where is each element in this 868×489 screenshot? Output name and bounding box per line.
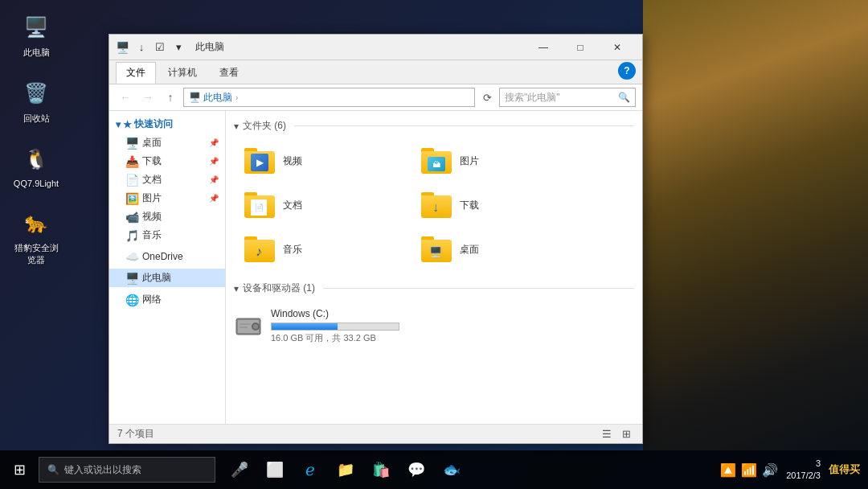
- minimize-button[interactable]: —: [525, 35, 562, 60]
- onedrive-icon: ☁️: [125, 250, 138, 263]
- folder-body: 🏔: [421, 151, 452, 174]
- folder-item-music[interactable]: ♪ 音乐: [234, 229, 407, 269]
- drives-section-divider: [323, 288, 634, 289]
- tab-file[interactable]: 文件: [116, 62, 156, 84]
- refresh-button[interactable]: ⟳: [478, 88, 496, 106]
- status-bar-right: ☰ ⊞: [599, 426, 634, 442]
- sidebar-item-network[interactable]: 🌐 网络: [109, 290, 225, 309]
- search-placeholder: 搜索"此电脑": [505, 91, 615, 105]
- taskbar: ⊞ 🔍 键入或说出以搜索 🎤 ⬜ ℯ 📁 🛍️ 💬 🐟 🔼 📶 🔊 3 2017…: [0, 450, 868, 489]
- tab-view[interactable]: 查看: [209, 62, 249, 84]
- desktop-icon-this-pc[interactable]: 🖥️ 此电脑: [8, 8, 64, 62]
- taskbar-app1-button[interactable]: 💬: [400, 450, 432, 489]
- dl-overlay-icon: ↓: [428, 199, 444, 216]
- folder-item-downloads[interactable]: ↓ 下载: [411, 185, 583, 225]
- drives-collapse-icon[interactable]: ▾: [234, 283, 239, 294]
- qa-icon-1[interactable]: ↓: [133, 39, 149, 55]
- folder-item-documents[interactable]: 📄 文档: [234, 185, 407, 225]
- folder-icon-pictures: 🏔: [421, 148, 453, 174]
- sidebar-item-music[interactable]: 🎵 音乐: [109, 226, 225, 244]
- folder-grid: ▶ 视频 🏔 图片: [234, 141, 634, 269]
- taskbar-edge-button[interactable]: ℯ: [294, 450, 326, 489]
- folder-icon-documents: 📄: [244, 192, 276, 218]
- taskbar-app2-button[interactable]: 🐟: [436, 450, 468, 489]
- sidebar-this-pc-label: 此电脑: [142, 271, 171, 285]
- taskbar-explorer-button[interactable]: 📁: [330, 450, 362, 489]
- folder-item-pictures[interactable]: 🏔 图片: [411, 141, 583, 181]
- taskbar-store-button[interactable]: 🛍️: [365, 450, 397, 489]
- folder-documents-label: 文档: [283, 199, 302, 212]
- address-box[interactable]: 🖥️ 此电脑 ›: [183, 88, 475, 107]
- folder-downloads-label: 下载: [460, 199, 479, 212]
- folders-collapse-icon[interactable]: ▾: [234, 121, 239, 132]
- folder-item-videos[interactable]: ▶ 视频: [234, 141, 407, 181]
- tab-computer[interactable]: 计算机: [158, 62, 207, 84]
- forward-button[interactable]: →: [138, 88, 158, 107]
- brand-label: 值得买: [829, 462, 860, 477]
- sidebar-quick-access-text: 快速访问: [134, 117, 173, 131]
- folder-body: 📄: [244, 195, 275, 218]
- recycle-bin-icon: 🗑️: [20, 77, 52, 109]
- drive-c-fill: [272, 323, 338, 330]
- qa-dropdown[interactable]: ▾: [170, 39, 186, 55]
- close-button[interactable]: ✕: [599, 35, 636, 60]
- pin-downloads-icon: 📌: [209, 157, 219, 166]
- folder-item-desktop[interactable]: 🖥️ 桌面: [411, 229, 583, 269]
- drives-section-header: ▾ 设备和驱动器 (1): [234, 281, 634, 295]
- taskbar-mic-button[interactable]: 🎤: [223, 450, 256, 489]
- sidebar-onedrive-label: OneDrive: [142, 251, 183, 262]
- folder-icon-music: ♪: [244, 236, 276, 262]
- desktop-icon-qq[interactable]: 🐧 QQ7.9Light: [8, 140, 64, 191]
- sidebar-downloads-label: 下载: [142, 154, 162, 168]
- tray-icon-network[interactable]: 📶: [741, 462, 757, 478]
- up-button[interactable]: ↑: [161, 88, 180, 107]
- window-controls: — □ ✕: [525, 35, 636, 60]
- sidebar-section-this-pc: 🖥️ 此电脑: [109, 269, 225, 287]
- drive-c-bar: [271, 323, 399, 331]
- ribbon-tabs: 文件 计算机 查看 ?: [109, 60, 642, 84]
- folders-section-header: ▾ 文件夹 (6): [234, 119, 634, 133]
- videos-folder-icon: 📹: [125, 211, 138, 224]
- drive-item-c[interactable]: Windows (C:) 16.0 GB 可用，共 33.2 GB: [234, 303, 634, 349]
- taskbar-right: 🔼 📶 🔊 3 2017/2/3 值得买: [720, 458, 868, 483]
- sidebar-item-desktop[interactable]: 🖥️ 桌面 📌: [109, 134, 225, 152]
- desktop: 🖥️ 此电脑 🗑️ 回收站 🐧 QQ7.9Light 🐆 猎豹安全浏览器 🖥️ …: [0, 0, 868, 489]
- sidebar-item-this-pc[interactable]: 🖥️ 此电脑: [109, 269, 225, 287]
- list-view-icon[interactable]: ☰: [599, 426, 615, 442]
- qa-icon-check[interactable]: ☑: [152, 39, 168, 55]
- taskbar-clock[interactable]: 3 2017/2/3: [786, 458, 821, 483]
- search-box[interactable]: 搜索"此电脑" 🔍: [499, 88, 636, 107]
- sidebar-item-videos[interactable]: 📹 视频: [109, 208, 225, 226]
- ribbon: 文件 计算机 查看 ?: [109, 60, 642, 84]
- folder-icon-desktop: 🖥️: [421, 236, 453, 262]
- leopard-icon: 🐆: [20, 207, 52, 239]
- folder-videos-label: 视频: [283, 154, 302, 168]
- desktop-icon-recycle-bin[interactable]: 🗑️ 回收站: [8, 74, 64, 128]
- taskbar-search[interactable]: 🔍 键入或说出以搜索: [39, 457, 215, 483]
- desktop-icon-leopard[interactable]: 🐆 猎豹安全浏览器: [8, 203, 64, 269]
- back-button[interactable]: ←: [116, 88, 135, 107]
- sidebar-expand-icon: ▾: [116, 119, 121, 130]
- taskbar-search-placeholder: 键入或说出以搜索: [64, 463, 141, 477]
- sidebar-item-pictures[interactable]: 🖼️ 图片 📌: [109, 189, 225, 208]
- doc-overlay-icon: 📄: [251, 199, 267, 216]
- tray-icon-1[interactable]: 🔼: [720, 462, 736, 478]
- tray-icon-volume[interactable]: 🔊: [762, 462, 778, 478]
- help-button[interactable]: ?: [618, 62, 636, 80]
- sidebar-quick-access-header[interactable]: ▾ ★ 快速访问: [109, 115, 225, 134]
- sidebar-item-onedrive[interactable]: ☁️ OneDrive: [109, 248, 225, 265]
- folder-body: 🖥️: [421, 240, 452, 262]
- folder-icon-videos: ▶: [244, 148, 276, 174]
- address-path-separator: 🖥️: [189, 92, 201, 103]
- sidebar-item-downloads[interactable]: 📥 下载 📌: [109, 152, 225, 171]
- taskbar-icons: 🎤 ⬜ ℯ 📁 🛍️ 💬 🐟: [223, 450, 468, 489]
- sidebar-item-documents[interactable]: 📄 文档 📌: [109, 171, 225, 189]
- taskbar-task-view-button[interactable]: ⬜: [259, 450, 291, 489]
- drive-c-name: Windows (C:): [271, 308, 634, 319]
- maximize-button[interactable]: □: [562, 35, 599, 60]
- grid-view-icon[interactable]: ⊞: [618, 426, 634, 442]
- music-overlay-icon: ♪: [251, 244, 267, 260]
- explorer-body: ▾ ★ 快速访问 🖥️ 桌面 📌 📥 下载 📌: [109, 111, 642, 424]
- start-button[interactable]: ⊞: [0, 450, 39, 489]
- pin-pictures-icon: 📌: [209, 194, 219, 203]
